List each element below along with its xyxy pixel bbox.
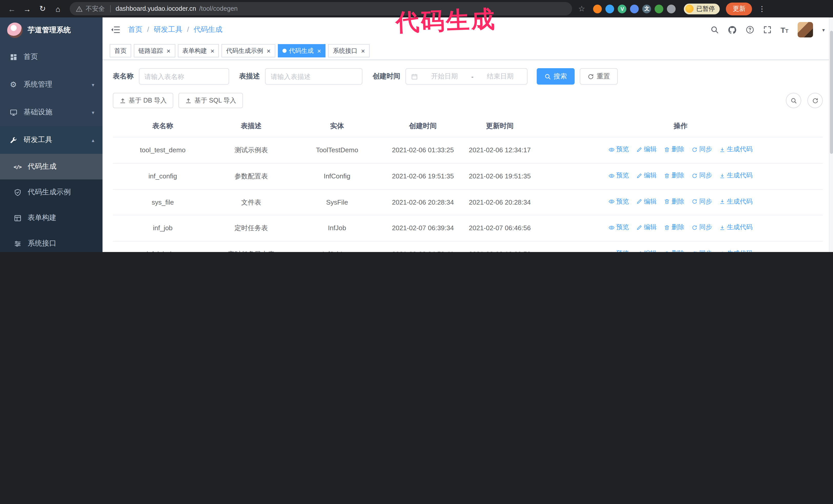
tab-item-1[interactable]: 链路追踪×	[134, 44, 175, 57]
sync-link[interactable]: 同步	[691, 223, 712, 233]
home-button[interactable]: ⌂	[51, 2, 65, 16]
refresh-table-button[interactable]	[807, 93, 823, 108]
forward-button[interactable]: →	[21, 2, 34, 16]
sidebar-item-infra[interactable]: 基础设施 ▾	[0, 98, 102, 126]
preview-link[interactable]: 预览	[609, 171, 629, 181]
col-table-desc: 表描述	[213, 115, 290, 137]
extension-icon-blue-drop[interactable]	[606, 4, 614, 13]
sidebar-item-codegen[interactable]: </> 代码生成	[0, 154, 102, 179]
generate-code-link[interactable]: 生成代码	[719, 145, 753, 154]
tab-close-icon[interactable]: ×	[210, 47, 214, 54]
user-avatar[interactable]	[798, 22, 813, 38]
github-icon[interactable]	[728, 25, 736, 34]
tab-item-3[interactable]: 代码生成示例×	[221, 44, 275, 57]
col-created: 创建时间	[384, 115, 461, 137]
help-icon[interactable]	[745, 26, 754, 34]
sidebar-item-system-api[interactable]: 系统接口	[0, 231, 102, 252]
sync-link[interactable]: 同步	[691, 197, 712, 207]
edit-link[interactable]: 编辑	[636, 223, 657, 233]
preview-link[interactable]: 预览	[609, 223, 629, 233]
table-header-row: 表名称 表描述 实体 创建时间 更新时间 操作	[113, 115, 823, 137]
generate-code-link[interactable]: 生成代码	[719, 249, 753, 252]
tab-item-5[interactable]: 系统接口×	[328, 44, 370, 57]
extension-icon-vue-devtools[interactable]: V	[618, 4, 627, 13]
cell-table-name: sys_file	[113, 189, 213, 215]
sidebar-item-home[interactable]: 首页	[0, 43, 102, 71]
logo[interactable]: 芋道管理系统	[0, 18, 102, 43]
preview-link[interactable]: 预览	[609, 197, 629, 207]
edit-link[interactable]: 编辑	[636, 171, 657, 181]
extension-icon-translate[interactable]: 文	[643, 4, 651, 13]
sidebar-item-devtools[interactable]: 研发工具 ▴	[0, 126, 102, 154]
tab-close-icon[interactable]: ×	[266, 47, 270, 54]
tab-close-icon[interactable]: ×	[317, 47, 321, 54]
reset-button[interactable]: 重置	[580, 68, 618, 85]
sync-link[interactable]: 同步	[691, 145, 712, 154]
delete-link[interactable]: 删除	[664, 145, 684, 154]
scrollbar[interactable]	[829, 18, 833, 252]
edit-link[interactable]: 编辑	[636, 197, 657, 207]
cell-updated: 2021-02-06 20:28:34	[461, 189, 538, 215]
toggle-search-button[interactable]	[786, 93, 801, 108]
preview-link[interactable]: 预览	[609, 145, 629, 154]
tab-item-4[interactable]: 代码生成×	[278, 44, 326, 57]
avatar-caret-icon[interactable]: ▾	[822, 27, 825, 32]
delete-link[interactable]: 删除	[664, 197, 684, 207]
sidebar-fold-icon[interactable]	[111, 26, 120, 34]
sync-link[interactable]: 同步	[691, 171, 712, 181]
chrome-menu-icon[interactable]: ⋮	[758, 5, 766, 13]
extension-icon-green-plant[interactable]	[655, 4, 664, 13]
table-desc-input[interactable]	[265, 68, 362, 85]
delete-link[interactable]: 删除	[664, 223, 684, 233]
extension-icon-contacts[interactable]	[630, 4, 639, 13]
sidebar-item-form-builder[interactable]: 表单构建	[0, 205, 102, 231]
table-name-input[interactable]	[139, 68, 229, 85]
search-icon[interactable]	[710, 26, 718, 34]
sidebar-item-system[interactable]: ⚙ 系统管理 ▾	[0, 71, 102, 98]
cell-table-name: tool_test_demo	[113, 137, 213, 163]
cell-entity: InfJobLog	[290, 241, 384, 252]
delete-link[interactable]: 删除	[664, 171, 684, 181]
profile-paused-badge[interactable]: 已暂停	[684, 3, 720, 14]
not-secure-warning-icon	[76, 5, 82, 12]
extension-icon-orange[interactable]	[593, 4, 602, 13]
search-button[interactable]: 搜索	[537, 68, 575, 85]
import-sql-button[interactable]: 基于 SQL 导入	[178, 93, 243, 108]
generate-code-link[interactable]: 生成代码	[719, 223, 753, 233]
sync-link[interactable]: 同步	[691, 249, 712, 252]
extension-icon-puzzle[interactable]	[667, 4, 676, 13]
edit-link[interactable]: 编辑	[636, 145, 657, 154]
tab-close-icon[interactable]: ×	[361, 47, 365, 54]
cell-actions: 预览编辑删除同步生成代码	[538, 163, 823, 189]
cell-table-name: inf_job_log	[113, 241, 213, 252]
address-bar[interactable]: 不安全 dashboard.yudao.iocoder.cn/tool/code…	[70, 2, 572, 16]
preview-link[interactable]: 预览	[609, 249, 629, 252]
cell-updated: 2021-02-06 12:34:17	[461, 137, 538, 163]
back-button[interactable]: ←	[5, 2, 19, 16]
tab-item-2[interactable]: 表单构建×	[177, 44, 219, 57]
cell-entity: InfJob	[290, 215, 384, 241]
url-path: /tool/codegen	[199, 5, 238, 12]
font-size-icon[interactable]: TT	[781, 26, 788, 33]
codegen-table: 表名称 表描述 实体 创建时间 更新时间 操作 tool_test_demo测试…	[113, 115, 823, 252]
breadcrumb-home[interactable]: 首页	[128, 25, 149, 34]
generate-code-link[interactable]: 生成代码	[719, 197, 753, 207]
tab-close-icon[interactable]: ×	[167, 47, 170, 54]
cell-updated: 2021-02-06 19:51:35	[461, 163, 538, 189]
shield-icon	[13, 188, 22, 196]
reload-button[interactable]: ↻	[36, 2, 49, 16]
active-tab-dot	[282, 49, 287, 53]
import-db-button[interactable]: 基于 DB 导入	[113, 93, 173, 108]
scrollbar-thumb[interactable]	[830, 31, 833, 154]
bookmark-star-icon[interactable]: ☆	[578, 4, 585, 13]
sidebar: 芋道管理系统 首页 ⚙ 系统管理 ▾ 基础	[0, 18, 102, 252]
tab-item-0[interactable]: 首页	[110, 44, 131, 57]
date-range-picker[interactable]: 开始日期 - 结束日期	[405, 68, 527, 85]
generate-code-link[interactable]: 生成代码	[719, 171, 753, 181]
fullscreen-icon[interactable]	[763, 26, 771, 34]
delete-link[interactable]: 删除	[664, 249, 684, 252]
breadcrumb-devtools[interactable]: 研发工具	[154, 25, 189, 34]
edit-link[interactable]: 编辑	[636, 249, 657, 252]
chrome-update-button[interactable]: 更新	[726, 2, 752, 15]
sidebar-item-codegen-example[interactable]: 代码生成示例	[0, 179, 102, 205]
